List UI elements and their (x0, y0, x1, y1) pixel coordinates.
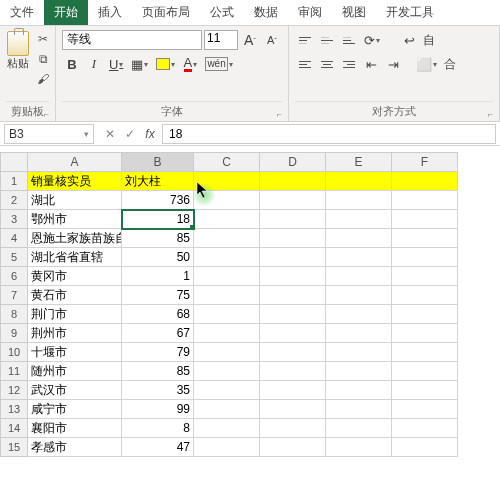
accept-formula-button[interactable]: ✓ (122, 127, 138, 141)
col-header-C[interactable]: C (194, 152, 260, 172)
cell-A14[interactable]: 襄阳市 (28, 419, 122, 438)
cell-E4[interactable] (326, 229, 392, 248)
cell-E8[interactable] (326, 305, 392, 324)
copy-button[interactable]: ⧉ (34, 50, 52, 68)
col-header-E[interactable]: E (326, 152, 392, 172)
cell-F1[interactable] (392, 172, 458, 191)
cell-D3[interactable] (260, 210, 326, 229)
cell-F9[interactable] (392, 324, 458, 343)
cell-C7[interactable] (194, 286, 260, 305)
cell-D10[interactable] (260, 343, 326, 362)
increase-font-button[interactable]: Aˆ (240, 30, 260, 50)
cell-C15[interactable] (194, 438, 260, 457)
dialog-launcher-icon[interactable]: ⌐ (44, 109, 49, 119)
cell-D2[interactable] (260, 191, 326, 210)
dialog-launcher-icon[interactable]: ⌐ (488, 109, 493, 119)
cell-B13[interactable]: 99 (122, 400, 194, 419)
cell-E13[interactable] (326, 400, 392, 419)
increase-indent-button[interactable]: ⇥ (383, 54, 403, 74)
cell-A7[interactable]: 黄石市 (28, 286, 122, 305)
cell-A13[interactable]: 咸宁市 (28, 400, 122, 419)
tab-开发工具[interactable]: 开发工具 (376, 0, 444, 25)
cell-E15[interactable] (326, 438, 392, 457)
cell-F4[interactable] (392, 229, 458, 248)
cell-A6[interactable]: 黄冈市 (28, 267, 122, 286)
cell-B1[interactable]: 刘大柱 (122, 172, 194, 191)
cell-A1[interactable]: 销量核实员 (28, 172, 122, 191)
cell-C13[interactable] (194, 400, 260, 419)
cell-C2[interactable] (194, 191, 260, 210)
tab-页面布局[interactable]: 页面布局 (132, 0, 200, 25)
cell-B11[interactable]: 85 (122, 362, 194, 381)
cancel-formula-button[interactable]: ✕ (102, 127, 118, 141)
cell-B15[interactable]: 47 (122, 438, 194, 457)
cell-E1[interactable] (326, 172, 392, 191)
cell-F15[interactable] (392, 438, 458, 457)
cell-D12[interactable] (260, 381, 326, 400)
underline-button[interactable]: U (106, 54, 126, 74)
cell-F10[interactable] (392, 343, 458, 362)
format-painter-button[interactable]: 🖌 (34, 70, 52, 88)
tab-视图[interactable]: 视图 (332, 0, 376, 25)
cell-C6[interactable] (194, 267, 260, 286)
font-color-button[interactable]: A (180, 54, 200, 74)
tab-文件[interactable]: 文件 (0, 0, 44, 25)
cell-A3[interactable]: 鄂州市 (28, 210, 122, 229)
cell-A10[interactable]: 十堰市 (28, 343, 122, 362)
cell-B7[interactable]: 75 (122, 286, 194, 305)
tab-审阅[interactable]: 审阅 (288, 0, 332, 25)
phonetic-button[interactable]: wén (202, 54, 235, 74)
cell-D7[interactable] (260, 286, 326, 305)
cell-D4[interactable] (260, 229, 326, 248)
cell-B12[interactable]: 35 (122, 381, 194, 400)
col-header-F[interactable]: F (392, 152, 458, 172)
row-header-1[interactable]: 1 (0, 172, 28, 191)
row-header-14[interactable]: 14 (0, 419, 28, 438)
cell-B8[interactable]: 68 (122, 305, 194, 324)
cell-A11[interactable]: 随州市 (28, 362, 122, 381)
align-top-button[interactable] (295, 30, 315, 50)
cell-B5[interactable]: 50 (122, 248, 194, 267)
cell-F2[interactable] (392, 191, 458, 210)
tab-数据[interactable]: 数据 (244, 0, 288, 25)
cell-C8[interactable] (194, 305, 260, 324)
row-header-2[interactable]: 2 (0, 191, 28, 210)
paste-button[interactable]: 粘贴 (6, 30, 30, 72)
row-header-6[interactable]: 6 (0, 267, 28, 286)
row-header-3[interactable]: 3 (0, 210, 28, 229)
cell-A2[interactable]: 湖北 (28, 191, 122, 210)
align-center-button[interactable] (317, 54, 337, 74)
cell-E14[interactable] (326, 419, 392, 438)
align-bottom-button[interactable] (339, 30, 359, 50)
tab-插入[interactable]: 插入 (88, 0, 132, 25)
align-right-button[interactable] (339, 54, 359, 74)
cell-E2[interactable] (326, 191, 392, 210)
cell-C3[interactable] (194, 210, 260, 229)
cell-D15[interactable] (260, 438, 326, 457)
cell-B9[interactable]: 67 (122, 324, 194, 343)
cell-E12[interactable] (326, 381, 392, 400)
cell-C10[interactable] (194, 343, 260, 362)
cell-E9[interactable] (326, 324, 392, 343)
cell-E7[interactable] (326, 286, 392, 305)
cell-A15[interactable]: 孝感市 (28, 438, 122, 457)
orientation-button[interactable]: ⟳ (361, 30, 383, 50)
row-header-8[interactable]: 8 (0, 305, 28, 324)
row-header-5[interactable]: 5 (0, 248, 28, 267)
align-left-button[interactable] (295, 54, 315, 74)
cell-B3[interactable]: 18 (122, 210, 194, 229)
cell-F13[interactable] (392, 400, 458, 419)
fx-icon[interactable]: fx (142, 127, 158, 141)
cell-C12[interactable] (194, 381, 260, 400)
tab-开始[interactable]: 开始 (44, 0, 88, 25)
spreadsheet-grid[interactable]: ABCDEF 1销量核实员刘大柱2湖北7363鄂州市184恩施土家族苗族自855… (0, 152, 500, 457)
cell-E11[interactable] (326, 362, 392, 381)
cell-B4[interactable]: 85 (122, 229, 194, 248)
col-header-B[interactable]: B (122, 152, 194, 172)
cell-F5[interactable] (392, 248, 458, 267)
bold-button[interactable]: B (62, 54, 82, 74)
italic-button[interactable]: I (84, 54, 104, 74)
cell-C1[interactable] (194, 172, 260, 191)
cell-F6[interactable] (392, 267, 458, 286)
cell-D14[interactable] (260, 419, 326, 438)
